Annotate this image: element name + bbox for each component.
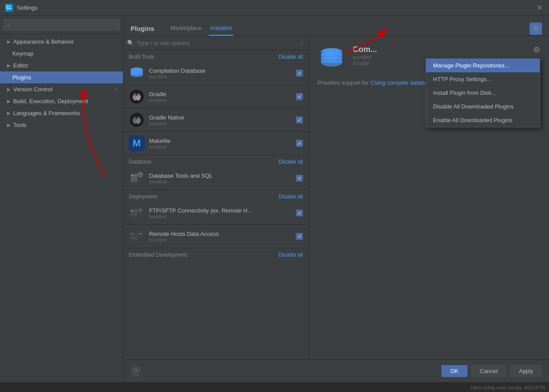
plugin-name: Database Tools and SQL [149,172,291,179]
plugin-list: 🔍 ⋮ Build Tools Disable all [123,36,309,359]
more-options-icon[interactable]: ⋮ [299,40,305,46]
sidebar-search-input[interactable] [4,19,120,30]
disable-all-build-tools-button[interactable]: Disable all [279,54,303,60]
nav-items: ▶ Appearance & Behavior Keymap ▶ Editor … [0,34,123,382]
plugin-name: Compilation Database [149,67,291,74]
check-icon: ✓ [298,210,302,216]
tab-marketplace[interactable]: Marketplace [168,21,203,36]
section-label: Deployment [129,194,157,200]
sidebar-item-appearance[interactable]: ▶ Appearance & Behavior [0,36,123,48]
disable-all-deployment-button[interactable]: Disable all [279,194,303,200]
plugin-item-database-tools[interactable]: Database Tools and SQL bundled ✓ [123,167,308,190]
plugin-checkbox-gradle[interactable]: ✓ [296,93,303,100]
svg-rect-36 [134,233,138,235]
check-icon: ✓ [298,71,302,76]
detail-gear-icon[interactable]: ⚙ [533,45,540,55]
disable-all-database-button[interactable]: Disable all [279,159,303,165]
dropdown-item-enable-all-downloaded[interactable]: Enable All Downloaded Plugins [426,113,540,127]
section-label: Database [129,159,151,165]
help-button[interactable]: ? [131,366,141,377]
sidebar-item-version-control[interactable]: ▶ Version Control ⎘ [0,83,123,95]
svg-rect-29 [131,214,137,215]
detail-plugin-icon [317,45,346,73]
ok-button[interactable]: OK [441,365,467,377]
check-icon: ✓ [298,117,302,123]
plugin-item-remote-hosts[interactable]: Remote Hosts Data Access bundled ✓ [123,225,308,248]
title-bar: CL Settings ✕ [0,0,549,16]
plugin-item-ftp-sftp[interactable]: FTP/SFTP Connectivity (ex. Remote H... b… [123,202,308,225]
section-header-build-tools: Build Tools Disable all [123,50,308,62]
plugin-checkbox-ftp-sftp[interactable]: ✓ [296,209,303,217]
copy-icon: ⎘ [115,75,118,80]
disable-all-embedded-button[interactable]: Disable all [279,252,303,258]
plugin-sub: bundled [149,121,291,126]
plugin-item-compilation-db[interactable]: Compilation Database bundled ✓ [123,62,308,85]
sidebar-item-label: Keymap [12,50,34,57]
check-icon: ✓ [298,175,302,181]
section-label: Embedded Development [129,252,187,258]
sidebar-item-label: Tools [13,122,26,128]
plugin-sub: bundled [149,179,291,184]
tab-installed[interactable]: Installed [209,21,233,36]
plugin-checkbox-remote-hosts[interactable]: ✓ [296,233,303,240]
sidebar-item-languages[interactable]: ▶ Languages & Frameworks [0,107,123,119]
ftp-icon [129,205,145,221]
plugin-checkbox-makefile[interactable]: ✓ [296,140,303,147]
description-link[interactable]: Clang compiler database [370,79,434,86]
arrow-icon: ▶ [7,123,11,127]
dropdown-item-disable-all-downloaded[interactable]: Disable All Downloaded Plugins [426,100,540,113]
gear-settings-button[interactable]: ⚙ [530,22,542,35]
plugin-sub: bundled [149,237,291,243]
description-text: Provides support for [317,79,369,86]
close-button[interactable]: ✕ [535,4,544,12]
plugin-sub: bundled [149,144,291,149]
plugin-item-gradle-native[interactable]: Gradle Native bundled ✓ [123,108,308,132]
apply-button[interactable]: Apply [510,365,542,377]
svg-rect-27 [131,209,133,212]
svg-rect-21 [131,178,137,179]
plugin-sub: bundled [149,214,291,219]
dropdown-item-manage-repos[interactable]: Manage Plugin Repositories... [426,59,540,72]
app-icon: CL [5,4,13,12]
status-url: https://blog.csdn.net/qq_46523755 [471,385,545,390]
plugin-info: FTP/SFTP Connectivity (ex. Remote H... b… [149,207,291,219]
detail-info: Com... bundled Enable [353,45,377,67]
plugin-item-makefile[interactable]: M Makefile bundled ✓ [123,132,308,155]
svg-point-10 [134,93,136,96]
plugin-name: Gradle [149,91,291,97]
sidebar-item-build-exec[interactable]: ▶ Build, Execution, Deployment [0,95,123,107]
plugin-info: Database Tools and SQL bundled [149,172,291,184]
sidebar-item-editor[interactable]: ▶ Editor [0,60,123,71]
plugin-item-gradle[interactable]: Gradle bundled ✓ [123,85,308,108]
plugin-checkbox-database-tools[interactable]: ✓ [296,175,303,182]
plugin-info: Gradle bundled [149,91,291,103]
sidebar-item-label: Plugins [12,74,31,81]
arrow-icon: ▶ [7,87,11,92]
right-panel: Plugins Marketplace Installed ⚙ 🔍 ⋮ [123,16,549,382]
svg-rect-18 [131,175,133,176]
svg-rect-30 [131,216,135,217]
plugin-search-input[interactable] [137,40,296,46]
check-icon: ✓ [298,141,302,146]
plugin-info: Makefile bundled [149,138,291,149]
plugin-name: Makefile [149,138,291,144]
plugin-checkbox-compilation-db[interactable]: ✓ [296,70,303,77]
svg-point-15 [134,117,136,119]
arrow-icon: ▶ [7,99,11,104]
sidebar-item-keymap[interactable]: Keymap [0,48,123,60]
sidebar-item-label: Languages & Frameworks [13,110,80,116]
cancel-button[interactable]: Cancel [471,365,506,377]
plugin-checkbox-gradle-native[interactable]: ✓ [296,116,303,123]
dropdown-item-install-from-disk[interactable]: Install Plugin from Disk... [426,86,540,100]
svg-rect-37 [131,237,137,238]
svg-rect-20 [134,176,137,177]
sidebar-item-plugins[interactable]: Plugins ⎘ [0,71,123,83]
sidebar-item-label: Appearance & Behavior [13,38,74,45]
detail-meta: bundled [353,54,377,60]
detail-enable-label: Enable [353,60,377,67]
sidebar-item-tools[interactable]: ▶ Tools [0,119,123,131]
section-header-embedded: Embedded Development Disable all [123,248,308,260]
svg-point-16 [137,117,140,119]
plugin-name: Remote Hosts Data Access [149,231,291,237]
dropdown-item-http-proxy[interactable]: HTTP Proxy Settings... [426,72,540,86]
